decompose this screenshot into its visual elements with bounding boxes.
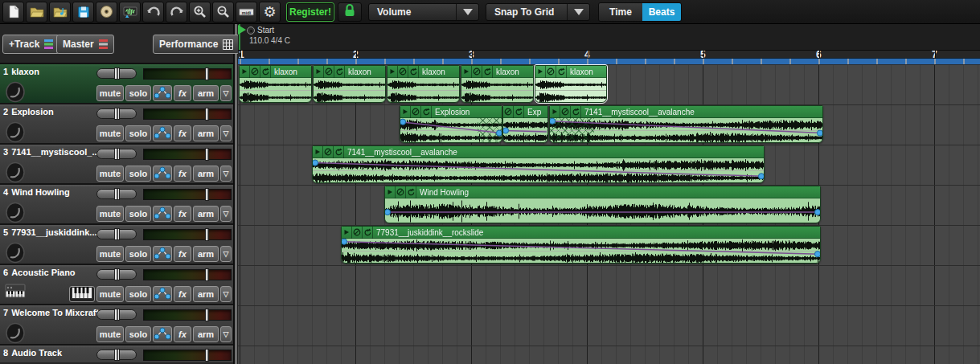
volume-dropdown-arrow[interactable]	[456, 4, 478, 20]
arrange-grid[interactable]: klaxonklaxonklaxonklaxonklaxonExplosionE…	[238, 64, 980, 364]
playhead-flag-icon[interactable]	[238, 25, 246, 35]
zoom-out-button[interactable]	[212, 2, 234, 22]
automation-curve[interactable]	[342, 239, 820, 264]
new-file-button[interactable]	[2, 2, 24, 22]
mute-button[interactable]: mute	[96, 326, 124, 342]
register-button[interactable]: Register!	[286, 2, 334, 22]
save-button[interactable]	[72, 2, 94, 22]
pan-slider-handle[interactable]	[114, 148, 120, 160]
automation-node[interactable]	[549, 118, 555, 124]
automation-node[interactable]	[502, 128, 508, 133]
automation-node[interactable]	[400, 119, 405, 125]
track-options-button[interactable]: ▽	[220, 166, 232, 182]
burn-cd-button[interactable]	[96, 2, 117, 22]
track-options-button[interactable]: ▽	[220, 326, 232, 342]
solo-button[interactable]: solo	[125, 206, 151, 222]
audio-clip[interactable]: 7141__mystiscool__avalanche	[312, 145, 765, 183]
volume-slider-handle[interactable]	[205, 349, 209, 362]
audio-clip[interactable]: klaxon	[387, 65, 460, 103]
volume-meter-slider[interactable]	[143, 309, 232, 321]
audio-clip[interactable]: Wind Howling	[384, 186, 821, 223]
play-icon[interactable]	[550, 106, 560, 118]
arm-button[interactable]: arm	[193, 85, 219, 101]
volume-meter-slider[interactable]	[143, 350, 232, 361]
block-icon[interactable]	[396, 186, 406, 198]
track-row[interactable]: 4Wind Howlingmutesolofxarm▽	[0, 185, 233, 225]
loop-icon[interactable]	[556, 66, 567, 78]
track-options-button[interactable]: ▽	[220, 206, 232, 222]
zoom-in-button[interactable]	[189, 2, 211, 22]
clip-header[interactable]: Explosion	[400, 106, 502, 118]
automation-node[interactable]	[384, 209, 390, 215]
track-options-button[interactable]: ▽	[220, 286, 232, 302]
loop-icon[interactable]	[514, 106, 524, 118]
fx-button[interactable]: fx	[174, 286, 191, 302]
marker-row[interactable]: Start 110.0 4/4 C	[238, 24, 980, 50]
block-icon[interactable]	[503, 106, 514, 118]
settings-button[interactable]: ⚙	[259, 2, 281, 22]
pan-slider[interactable]	[96, 189, 137, 199]
track-row[interactable]: 6Acoustic Pianomutesolofxarm▽	[0, 265, 233, 305]
audio-clip[interactable]: 77931__juskiddink__rockslide	[341, 226, 821, 264]
audio-clip[interactable]: klaxon	[535, 65, 607, 103]
automation-node[interactable]	[817, 130, 822, 136]
redo-button[interactable]	[166, 2, 187, 22]
pan-slider-handle[interactable]	[114, 309, 120, 321]
block-icon[interactable]	[398, 66, 408, 78]
pan-slider-handle[interactable]	[114, 108, 120, 120]
volume-slider-handle[interactable]	[205, 188, 209, 201]
volume-meter-slider[interactable]	[143, 149, 232, 160]
play-icon[interactable]	[387, 66, 398, 78]
clip-header[interactable]: klaxon	[461, 66, 533, 78]
loop-icon[interactable]	[482, 66, 493, 78]
mute-button[interactable]: mute	[96, 206, 124, 222]
audio-clip[interactable]: Exp	[502, 105, 548, 143]
timeline-ruler[interactable]: 1234567	[238, 50, 980, 64]
play-icon[interactable]	[240, 66, 250, 78]
audio-clip[interactable]: klaxon	[239, 65, 312, 103]
arm-button[interactable]: arm	[193, 125, 219, 141]
volume-meter-slider[interactable]	[143, 68, 232, 80]
loop-icon[interactable]	[406, 186, 416, 198]
automation-button[interactable]	[153, 246, 172, 262]
automation-node[interactable]	[312, 160, 318, 166]
pan-slider-handle[interactable]	[114, 188, 120, 200]
fx-button[interactable]: fx	[174, 206, 191, 222]
piano-keys-button[interactable]	[69, 286, 95, 302]
add-track-button[interactable]: +Track	[2, 35, 59, 54]
automation-node[interactable]	[814, 252, 820, 257]
volume-meter-slider[interactable]	[143, 189, 232, 200]
automation-button[interactable]	[153, 85, 172, 101]
track-options-button[interactable]: ▽	[220, 125, 232, 141]
solo-button[interactable]: solo	[125, 166, 151, 182]
clip-header[interactable]: klaxon	[314, 66, 385, 78]
time-toggle-button[interactable]: Time	[599, 3, 642, 21]
volume-slider-handle[interactable]	[205, 108, 209, 121]
arm-button[interactable]: arm	[193, 206, 219, 222]
beats-toggle-button[interactable]: Beats	[642, 3, 681, 21]
block-icon[interactable]	[324, 66, 334, 78]
start-marker-icon[interactable]	[247, 27, 255, 35]
automation-button[interactable]	[153, 286, 172, 302]
clip-header[interactable]: klaxon	[535, 66, 606, 78]
pan-slider[interactable]	[96, 269, 137, 280]
pan-slider[interactable]	[96, 229, 137, 239]
loop-icon[interactable]	[421, 106, 432, 118]
track-row[interactable]: 8Audio Trackmutesolofxarm▽	[0, 346, 233, 362]
volume-slider-handle[interactable]	[205, 268, 209, 281]
play-icon[interactable]	[385, 186, 396, 198]
automation-node[interactable]	[496, 130, 502, 136]
volume-dropdown[interactable]: Volume	[368, 3, 479, 21]
block-icon[interactable]	[323, 146, 334, 158]
mute-button[interactable]: mute	[96, 246, 124, 262]
automation-node[interactable]	[758, 174, 764, 179]
loop-icon[interactable]	[334, 66, 345, 78]
automation-curve[interactable]	[400, 118, 502, 143]
play-icon[interactable]	[342, 227, 352, 239]
automation-curve[interactable]	[313, 158, 764, 183]
audio-clip[interactable]: klaxon	[313, 65, 386, 103]
play-icon[interactable]	[314, 66, 324, 78]
track-options-button[interactable]: ▽	[220, 246, 232, 262]
play-icon[interactable]	[313, 146, 323, 158]
automation-node[interactable]	[814, 209, 820, 215]
